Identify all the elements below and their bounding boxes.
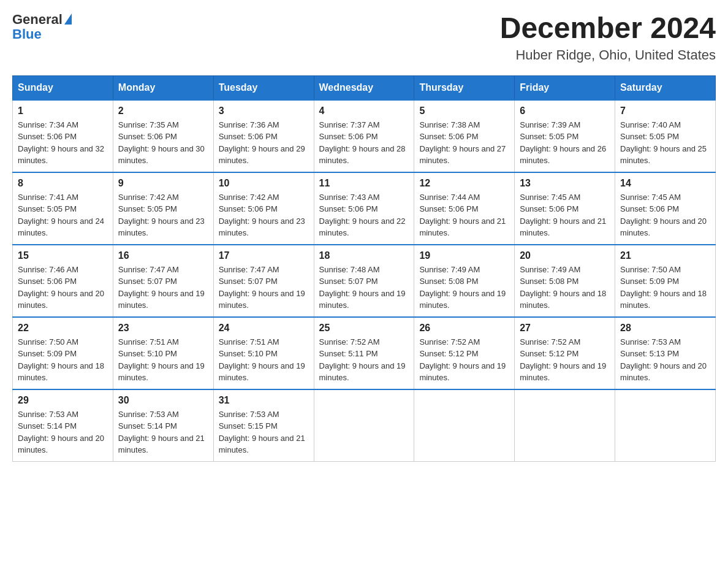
calendar-cell: 22Sunrise: 7:50 AMSunset: 5:09 PMDayligh…: [13, 317, 113, 389]
calendar-table: SundayMondayTuesdayWednesdayThursdayFrid…: [12, 75, 716, 462]
calendar-cell: 25Sunrise: 7:52 AMSunset: 5:11 PMDayligh…: [314, 317, 414, 389]
day-info: Sunrise: 7:49 AMSunset: 5:08 PMDaylight:…: [520, 264, 610, 312]
day-info: Sunrise: 7:52 AMSunset: 5:11 PMDaylight:…: [319, 336, 409, 384]
calendar-cell: 3Sunrise: 7:36 AMSunset: 5:06 PMDaylight…: [213, 100, 314, 172]
logo-blue-text: Blue: [12, 27, 42, 42]
day-info: Sunrise: 7:43 AMSunset: 5:06 PMDaylight:…: [319, 191, 409, 239]
day-info: Sunrise: 7:39 AMSunset: 5:05 PMDaylight:…: [520, 119, 610, 167]
day-info: Sunrise: 7:51 AMSunset: 5:10 PMDaylight:…: [118, 336, 208, 384]
calendar-cell: 18Sunrise: 7:48 AMSunset: 5:07 PMDayligh…: [314, 245, 414, 317]
day-number: 5: [419, 105, 509, 117]
calendar-cell: 12Sunrise: 7:44 AMSunset: 5:06 PMDayligh…: [414, 172, 515, 245]
logo: General Blue: [12, 12, 72, 42]
day-info: Sunrise: 7:52 AMSunset: 5:12 PMDaylight:…: [520, 336, 610, 384]
day-info: Sunrise: 7:47 AMSunset: 5:07 PMDaylight:…: [219, 264, 309, 312]
day-info: Sunrise: 7:41 AMSunset: 5:05 PMDaylight:…: [18, 191, 108, 239]
logo-triangle-icon: [64, 13, 72, 25]
day-info: Sunrise: 7:45 AMSunset: 5:06 PMDaylight:…: [520, 191, 610, 239]
day-info: Sunrise: 7:53 AMSunset: 5:13 PMDaylight:…: [620, 336, 710, 384]
calendar-cell: [314, 389, 414, 462]
day-info: Sunrise: 7:35 AMSunset: 5:06 PMDaylight:…: [118, 119, 208, 167]
day-number: 6: [520, 105, 610, 117]
calendar-cell: [615, 389, 716, 462]
day-info: Sunrise: 7:38 AMSunset: 5:06 PMDaylight:…: [419, 119, 509, 167]
weekday-header-friday: Friday: [515, 75, 615, 100]
day-number: 27: [520, 323, 610, 334]
calendar-cell: [515, 389, 615, 462]
weekday-header-thursday: Thursday: [414, 75, 515, 100]
day-info: Sunrise: 7:47 AMSunset: 5:07 PMDaylight:…: [118, 264, 208, 312]
week-row-5: 29Sunrise: 7:53 AMSunset: 5:14 PMDayligh…: [13, 389, 716, 462]
day-info: Sunrise: 7:40 AMSunset: 5:05 PMDaylight:…: [620, 119, 710, 167]
calendar-cell: 1Sunrise: 7:34 AMSunset: 5:06 PMDaylight…: [13, 100, 113, 172]
title-block: December 2024 Huber Ridge, Ohio, United …: [500, 12, 716, 63]
week-row-3: 15Sunrise: 7:46 AMSunset: 5:06 PMDayligh…: [13, 245, 716, 317]
calendar-cell: [414, 389, 515, 462]
calendar-cell: 21Sunrise: 7:50 AMSunset: 5:09 PMDayligh…: [615, 245, 716, 317]
weekday-header-monday: Monday: [113, 75, 213, 100]
day-info: Sunrise: 7:49 AMSunset: 5:08 PMDaylight:…: [419, 264, 509, 312]
day-info: Sunrise: 7:53 AMSunset: 5:14 PMDaylight:…: [18, 408, 108, 456]
day-number: 15: [18, 250, 108, 261]
calendar-cell: 24Sunrise: 7:51 AMSunset: 5:10 PMDayligh…: [213, 317, 314, 389]
calendar-cell: 17Sunrise: 7:47 AMSunset: 5:07 PMDayligh…: [213, 245, 314, 317]
calendar-cell: 6Sunrise: 7:39 AMSunset: 5:05 PMDaylight…: [515, 100, 615, 172]
weekday-header-saturday: Saturday: [615, 75, 716, 100]
day-number: 4: [319, 105, 409, 117]
calendar-cell: 2Sunrise: 7:35 AMSunset: 5:06 PMDaylight…: [113, 100, 213, 172]
calendar-body: 1Sunrise: 7:34 AMSunset: 5:06 PMDaylight…: [13, 100, 716, 462]
day-number: 13: [520, 178, 610, 189]
calendar-cell: 14Sunrise: 7:45 AMSunset: 5:06 PMDayligh…: [615, 172, 716, 245]
day-number: 18: [319, 250, 409, 261]
day-number: 17: [219, 250, 309, 261]
day-info: Sunrise: 7:53 AMSunset: 5:15 PMDaylight:…: [219, 408, 309, 456]
day-number: 20: [520, 250, 610, 261]
month-title: December 2024: [500, 12, 716, 45]
day-number: 29: [18, 395, 108, 406]
day-number: 30: [118, 395, 208, 406]
day-number: 1: [18, 105, 108, 117]
weekday-header-row: SundayMondayTuesdayWednesdayThursdayFrid…: [13, 75, 716, 100]
day-number: 28: [620, 323, 710, 334]
day-info: Sunrise: 7:52 AMSunset: 5:12 PMDaylight:…: [419, 336, 509, 384]
day-info: Sunrise: 7:42 AMSunset: 5:06 PMDaylight:…: [219, 191, 309, 239]
calendar-cell: 16Sunrise: 7:47 AMSunset: 5:07 PMDayligh…: [113, 245, 213, 317]
day-number: 7: [620, 105, 710, 117]
day-info: Sunrise: 7:46 AMSunset: 5:06 PMDaylight:…: [18, 264, 108, 312]
day-number: 31: [219, 395, 309, 406]
day-info: Sunrise: 7:42 AMSunset: 5:05 PMDaylight:…: [118, 191, 208, 239]
calendar-cell: 13Sunrise: 7:45 AMSunset: 5:06 PMDayligh…: [515, 172, 615, 245]
day-number: 10: [219, 178, 309, 189]
day-info: Sunrise: 7:44 AMSunset: 5:06 PMDaylight:…: [419, 191, 509, 239]
week-row-4: 22Sunrise: 7:50 AMSunset: 5:09 PMDayligh…: [13, 317, 716, 389]
weekday-header-wednesday: Wednesday: [314, 75, 414, 100]
day-number: 9: [118, 178, 208, 189]
day-number: 26: [419, 323, 509, 334]
day-number: 22: [18, 323, 108, 334]
day-info: Sunrise: 7:53 AMSunset: 5:14 PMDaylight:…: [118, 408, 208, 456]
day-number: 21: [620, 250, 710, 261]
day-number: 25: [319, 323, 409, 334]
day-info: Sunrise: 7:45 AMSunset: 5:06 PMDaylight:…: [620, 191, 710, 239]
day-number: 16: [118, 250, 208, 261]
calendar-cell: 31Sunrise: 7:53 AMSunset: 5:15 PMDayligh…: [213, 389, 314, 462]
day-info: Sunrise: 7:48 AMSunset: 5:07 PMDaylight:…: [319, 264, 409, 312]
calendar-cell: 8Sunrise: 7:41 AMSunset: 5:05 PMDaylight…: [13, 172, 113, 245]
calendar-cell: 19Sunrise: 7:49 AMSunset: 5:08 PMDayligh…: [414, 245, 515, 317]
calendar-cell: 4Sunrise: 7:37 AMSunset: 5:06 PMDaylight…: [314, 100, 414, 172]
calendar-cell: 30Sunrise: 7:53 AMSunset: 5:14 PMDayligh…: [113, 389, 213, 462]
weekday-header-sunday: Sunday: [13, 75, 113, 100]
day-number: 14: [620, 178, 710, 189]
calendar-cell: 29Sunrise: 7:53 AMSunset: 5:14 PMDayligh…: [13, 389, 113, 462]
day-number: 2: [118, 105, 208, 117]
calendar-cell: 28Sunrise: 7:53 AMSunset: 5:13 PMDayligh…: [615, 317, 716, 389]
day-info: Sunrise: 7:50 AMSunset: 5:09 PMDaylight:…: [620, 264, 710, 312]
day-info: Sunrise: 7:37 AMSunset: 5:06 PMDaylight:…: [319, 119, 409, 167]
day-number: 24: [219, 323, 309, 334]
calendar-cell: 9Sunrise: 7:42 AMSunset: 5:05 PMDaylight…: [113, 172, 213, 245]
day-number: 8: [18, 178, 108, 189]
calendar-cell: 5Sunrise: 7:38 AMSunset: 5:06 PMDaylight…: [414, 100, 515, 172]
calendar-cell: 11Sunrise: 7:43 AMSunset: 5:06 PMDayligh…: [314, 172, 414, 245]
calendar-cell: 20Sunrise: 7:49 AMSunset: 5:08 PMDayligh…: [515, 245, 615, 317]
day-number: 12: [419, 178, 509, 189]
